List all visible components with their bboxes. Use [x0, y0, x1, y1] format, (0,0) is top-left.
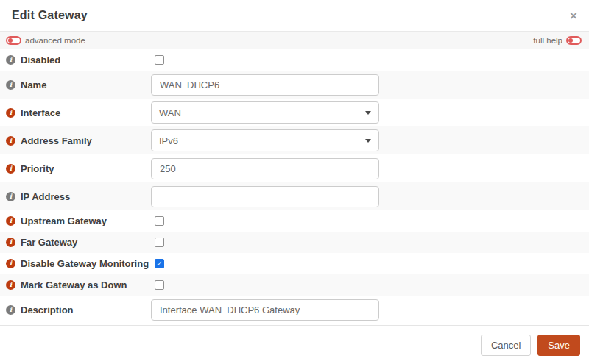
form-row-upstream-gateway: i Upstream Gateway ✓	[0, 210, 589, 232]
priority-label: Priority	[21, 163, 54, 174]
chevron-down-icon	[365, 111, 371, 115]
edit-gateway-dialog: Edit Gateway × advanced mode full help i…	[0, 0, 589, 364]
mark-gateway-as-down-checkbox[interactable]: ✓	[155, 280, 164, 290]
check-icon: ✓	[156, 260, 162, 268]
help-bar: advanced mode full help	[0, 32, 589, 49]
ip-address-input[interactable]	[151, 186, 379, 207]
form-row-interface: i Interface WAN	[0, 99, 589, 126]
cancel-button[interactable]: Cancel	[481, 335, 531, 356]
info-icon: i	[6, 136, 15, 146]
form-row-name: i Name	[0, 71, 589, 99]
info-icon: i	[6, 108, 15, 118]
interface-select[interactable]: WAN	[151, 101, 379, 124]
form-row-description: i Description	[0, 296, 589, 324]
info-icon: i	[6, 238, 15, 247]
full-help-label: full help	[533, 36, 562, 45]
disable-gateway-monitoring-label: Disable Gateway Monitoring	[21, 258, 149, 269]
interface-label: Interface	[21, 107, 60, 118]
dialog-footer: Cancel Save	[0, 325, 589, 364]
form-row-priority: i Priority	[0, 154, 589, 182]
address-family-select-value: IPv6	[159, 135, 178, 146]
name-input[interactable]	[151, 74, 379, 96]
interface-select-value: WAN	[159, 107, 181, 118]
info-icon: i	[6, 80, 15, 90]
form-row-disable-gateway-monitoring: i Disable Gateway Monitoring ✓	[0, 253, 589, 274]
toggle-off-icon	[6, 36, 21, 45]
disable-gateway-monitoring-checkbox[interactable]: ✓	[155, 259, 164, 268]
upstream-gateway-label: Upstream Gateway	[21, 215, 107, 226]
info-icon: i	[6, 216, 15, 226]
form-row-disabled: i Disabled ✓	[0, 49, 589, 71]
info-icon: i	[6, 259, 15, 268]
info-icon: i	[6, 164, 15, 174]
chevron-down-icon	[365, 139, 371, 143]
far-gateway-label: Far Gateway	[21, 237, 77, 248]
full-help-toggle[interactable]: full help	[533, 36, 582, 45]
form-row-far-gateway: i Far Gateway ✓	[0, 232, 589, 253]
upstream-gateway-checkbox[interactable]: ✓	[155, 216, 164, 226]
info-icon: i	[6, 305, 15, 315]
address-family-label: Address Family	[21, 135, 92, 146]
mark-gateway-as-down-label: Mark Gateway as Down	[21, 279, 127, 290]
save-button[interactable]: Save	[537, 335, 580, 356]
page-title: Edit Gateway	[12, 9, 88, 22]
address-family-select[interactable]: IPv6	[151, 129, 379, 151]
advanced-mode-label: advanced mode	[25, 36, 85, 45]
form-row-ip-address: i IP Address	[0, 182, 589, 210]
priority-input[interactable]	[151, 158, 379, 179]
dialog-header: Edit Gateway ×	[0, 0, 589, 32]
advanced-mode-toggle[interactable]: advanced mode	[6, 36, 85, 45]
info-icon: i	[6, 55, 15, 65]
ip-address-label: IP Address	[21, 191, 70, 202]
disabled-checkbox[interactable]: ✓	[155, 55, 164, 65]
info-icon: i	[6, 280, 15, 290]
toggle-off-icon	[566, 36, 582, 45]
form-row-address-family: i Address Family IPv6	[0, 126, 589, 154]
gateway-form: i Disabled ✓ i Name i Interface	[0, 49, 589, 325]
info-icon: i	[6, 192, 15, 201]
name-label: Name	[21, 79, 46, 90]
disabled-label: Disabled	[21, 54, 60, 65]
description-label: Description	[21, 304, 74, 315]
form-row-mark-gateway-as-down: i Mark Gateway as Down ✓	[0, 274, 589, 296]
far-gateway-checkbox[interactable]: ✓	[155, 238, 164, 247]
description-input[interactable]	[151, 299, 379, 321]
close-icon[interactable]: ×	[570, 10, 577, 22]
